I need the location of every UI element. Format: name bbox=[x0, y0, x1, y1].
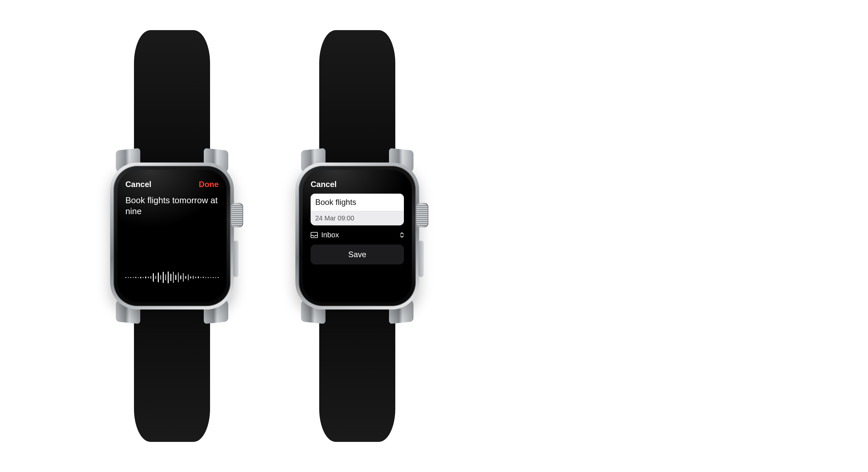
waveform-bar bbox=[143, 277, 144, 278]
waveform-bar bbox=[135, 277, 136, 278]
waveform-bar bbox=[193, 276, 194, 279]
waveform-bar bbox=[185, 276, 186, 279]
list-label: Inbox bbox=[321, 231, 339, 239]
waveform-bar bbox=[210, 277, 211, 278]
header: Cancel Done bbox=[125, 180, 219, 189]
waveform-bar bbox=[140, 277, 141, 278]
watch-dictation: Cancel Done Book flights tomorrow at nin… bbox=[86, 163, 258, 309]
digital-crown[interactable] bbox=[230, 203, 243, 227]
watch-case: Cancel Done Book flights tomorrow at nin… bbox=[110, 163, 234, 309]
screen-save-task: Cancel Book flights 24 Mar 09:00 Inbox bbox=[311, 179, 404, 293]
waveform-bar bbox=[175, 275, 176, 280]
waveform-bar bbox=[178, 272, 179, 282]
waveform-bar bbox=[206, 277, 207, 278]
waveform-bar bbox=[128, 277, 129, 278]
watch-glass: Cancel Book flights 24 Mar 09:00 Inbox bbox=[303, 170, 412, 302]
watch-glass: Cancel Done Book flights tomorrow at nin… bbox=[118, 170, 226, 302]
waveform-bar bbox=[145, 276, 146, 278]
waveform-bar bbox=[190, 276, 191, 278]
waveform-bar bbox=[133, 277, 134, 278]
watch-case: Cancel Book flights 24 Mar 09:00 Inbox bbox=[296, 163, 419, 309]
watch-band-top bbox=[134, 30, 210, 182]
cancel-button[interactable]: Cancel bbox=[311, 180, 337, 189]
task-card[interactable]: Book flights 24 Mar 09:00 bbox=[311, 194, 404, 226]
dictation-text: Book flights tomorrow at nine bbox=[125, 195, 219, 216]
inbox-icon bbox=[311, 232, 318, 238]
list-picker[interactable]: Inbox bbox=[311, 231, 404, 239]
waveform-bar bbox=[170, 274, 172, 281]
header: Cancel bbox=[311, 180, 404, 189]
watch-band-top bbox=[319, 30, 395, 182]
waveform-bar bbox=[153, 273, 154, 282]
waveform-bar bbox=[160, 275, 161, 280]
waveform-bar bbox=[138, 277, 139, 278]
waveform-bar bbox=[173, 272, 174, 283]
stage: Cancel Done Book flights tomorrow at nin… bbox=[0, 0, 868, 472]
screen-dictation: Cancel Done Book flights tomorrow at nin… bbox=[125, 179, 219, 293]
waveform-bar bbox=[151, 276, 152, 279]
waveform-bar bbox=[163, 272, 164, 283]
cancel-button[interactable]: Cancel bbox=[125, 180, 152, 189]
save-button[interactable]: Save bbox=[311, 245, 404, 264]
side-button[interactable] bbox=[418, 241, 424, 277]
waveform-bar bbox=[183, 273, 184, 282]
waveform-bar bbox=[188, 274, 189, 281]
waveform-bar bbox=[208, 277, 209, 278]
waveform-bar bbox=[158, 272, 159, 282]
waveform-bar bbox=[203, 277, 204, 278]
waveform-bar bbox=[180, 275, 181, 279]
digital-crown[interactable] bbox=[416, 203, 428, 227]
side-button[interactable] bbox=[233, 241, 239, 277]
watch-band-bottom bbox=[134, 290, 210, 442]
up-down-chevron-icon bbox=[400, 232, 404, 238]
dictation-waveform bbox=[125, 270, 219, 285]
waveform-bar bbox=[148, 277, 149, 278]
waveform-bar bbox=[168, 271, 169, 283]
task-title: Book flights bbox=[311, 194, 404, 211]
done-button[interactable]: Done bbox=[199, 180, 219, 189]
waveform-bar bbox=[125, 277, 126, 278]
waveform-bar bbox=[155, 276, 156, 279]
task-date: 24 Mar 09:00 bbox=[311, 211, 404, 226]
waveform-bar bbox=[213, 277, 214, 278]
waveform-bar bbox=[195, 277, 196, 278]
waveform-bar bbox=[198, 276, 199, 278]
waveform-bar bbox=[218, 277, 219, 278]
waveform-bar bbox=[130, 277, 131, 278]
watch-band-bottom bbox=[319, 290, 395, 442]
waveform-bar bbox=[200, 277, 202, 278]
watch-save-task: Cancel Book flights 24 Mar 09:00 Inbox bbox=[271, 163, 443, 309]
waveform-bar bbox=[215, 277, 216, 278]
waveform-bar bbox=[165, 274, 166, 281]
